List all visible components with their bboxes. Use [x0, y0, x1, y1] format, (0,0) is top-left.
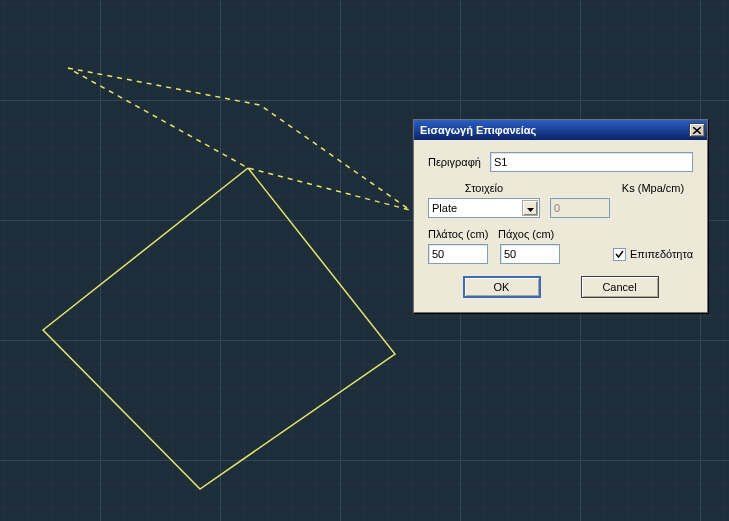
description-input[interactable] [490, 152, 693, 172]
width-label: Πλάτος (cm) [428, 228, 498, 240]
flatness-checkbox-wrap[interactable]: Επιπεδότητα [613, 248, 693, 261]
insert-surface-dialog: Εισαγωγή Επιφανείας Περιγραφή Στοιχείο K… [413, 119, 708, 313]
element-select-value: Plate [432, 202, 457, 214]
check-icon [615, 250, 624, 259]
element-select-button[interactable] [522, 200, 538, 216]
polyline-current [43, 168, 395, 489]
cad-canvas[interactable]: Εισαγωγή Επιφανείας Περιγραφή Στοιχείο K… [0, 0, 729, 521]
dialog-titlebar[interactable]: Εισαγωγή Επιφανείας [414, 120, 707, 140]
ks-label: Ks (Mpa/cm) [613, 182, 693, 194]
thickness-label: Πάχος (cm) [498, 228, 568, 240]
close-button[interactable] [689, 123, 705, 137]
flatness-label: Επιπεδότητα [630, 248, 693, 260]
ok-button[interactable]: OK [463, 276, 541, 298]
close-icon [693, 127, 701, 134]
flatness-checkbox[interactable] [613, 248, 626, 261]
width-input[interactable] [428, 244, 488, 264]
dialog-title: Εισαγωγή Επιφανείας [420, 124, 689, 136]
polyline-dashed [68, 68, 410, 210]
cancel-button[interactable]: Cancel [581, 276, 659, 298]
chevron-down-icon [527, 202, 534, 214]
element-select[interactable]: Plate [428, 198, 540, 218]
element-label: Στοιχείο [428, 182, 540, 194]
dialog-body: Περιγραφή Στοιχείο Ks (Mpa/cm) Plate [414, 140, 707, 312]
description-label: Περιγραφή [428, 156, 490, 168]
thickness-input[interactable] [500, 244, 560, 264]
ks-input [550, 198, 610, 218]
